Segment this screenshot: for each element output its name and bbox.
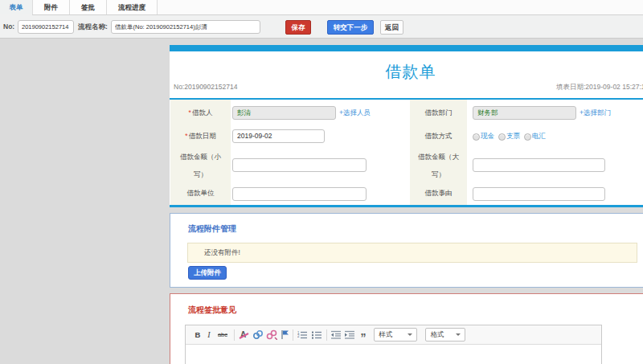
choose-person-link[interactable]: +选择人员 (339, 104, 371, 121)
date-label: *借款日期 (174, 127, 227, 145)
unit-field[interactable] (232, 187, 367, 201)
rich-text-editor: B I abc A 12 (185, 325, 602, 364)
editor-content[interactable] (186, 345, 601, 364)
flow-name-input[interactable] (111, 20, 260, 34)
tab-attachment[interactable]: 附件 (33, 0, 70, 14)
unit-label: 借款单位 (174, 184, 227, 202)
radio-wire[interactable]: 电汇 (524, 132, 546, 141)
page: { "tabs": { "items": [ { "label": "表单", … (0, 0, 643, 364)
form-panel: 借款单 No:20190902152714 填表日期:2019-09-02 15… (170, 45, 643, 207)
borrower-field[interactable]: 彭清 (232, 106, 336, 120)
back-button[interactable]: 返回 (380, 20, 403, 35)
radio-icon (498, 133, 506, 141)
form-no-text: No:20190902152714 (174, 83, 237, 91)
amount-big-label: 借款金额（大写） (412, 148, 465, 183)
action-bar: No: 流程名称: 保存 转交下一步 返回 (0, 15, 643, 39)
tab-form[interactable]: 表单 (0, 0, 33, 14)
date-field[interactable]: 2019-09-02 (232, 129, 325, 143)
required-mark: * (185, 132, 187, 140)
toolbar-separator (234, 329, 235, 341)
numbered-list-icon[interactable]: 12 (297, 329, 309, 342)
anchor-flag-icon[interactable] (280, 329, 290, 342)
editor-toolbar: B I abc A 12 (186, 325, 601, 345)
attachment-empty-box: 还没有附件! (187, 243, 637, 263)
format-dropdown[interactable]: 格式 (425, 328, 465, 342)
form-title: 借款单 (170, 61, 643, 83)
radio-icon (473, 133, 480, 141)
caret-down-icon (456, 333, 461, 336)
radio-cheque[interactable]: 支票 (498, 132, 520, 141)
styles-dropdown[interactable]: 样式 (374, 328, 417, 342)
svg-text:2: 2 (297, 334, 300, 338)
attachment-heading: 流程附件管理 (188, 223, 236, 235)
bulleted-list-icon[interactable] (310, 329, 323, 342)
flow-name-label: 流程名称: (78, 15, 108, 38)
amount-small-field[interactable] (232, 158, 367, 172)
tab-sign[interactable]: 签批 (70, 0, 107, 14)
blockquote-icon[interactable]: ” (358, 329, 369, 342)
amount-small-label: 借款金额（小写） (174, 148, 227, 183)
next-step-button[interactable]: 转交下一步 (327, 20, 374, 35)
radio-cash[interactable]: 现金 (473, 132, 494, 141)
tab-progress[interactable]: 流程进度 (107, 0, 158, 14)
form-top-bar (170, 45, 643, 51)
form-grid: *借款人 彭清 +选择人员 借款部门 财务部 +选择部门 *借款日期 2019-… (170, 100, 643, 205)
reason-field[interactable] (473, 187, 605, 201)
approval-heading: 流程签批意见 (188, 305, 236, 316)
no-input[interactable] (18, 20, 74, 34)
upload-attachment-button[interactable]: 上传附件 (188, 266, 227, 280)
method-label: 借款方式 (412, 127, 465, 145)
form-date-text: 填表日期:2019-09-02 15:27:14 (556, 83, 643, 92)
approval-panel: 流程签批意见 B I abc A 12 (170, 293, 643, 364)
toolbar-separator (326, 329, 327, 341)
reason-label: 借款事由 (412, 184, 465, 202)
indent-icon[interactable] (344, 329, 357, 342)
no-label: No: (3, 15, 14, 38)
strikethrough-icon[interactable]: abc (215, 329, 231, 342)
method-radio-group: 现金 支票 电汇 (473, 129, 550, 145)
link-icon[interactable] (252, 329, 264, 342)
divider-bottom (170, 205, 643, 207)
radio-icon (524, 133, 531, 141)
outdent-icon[interactable] (330, 329, 342, 342)
italic-icon[interactable]: I (205, 329, 214, 342)
attachment-panel: 流程附件管理 还没有附件! 上传附件 (170, 213, 643, 288)
dept-field[interactable]: 财务部 (473, 106, 576, 120)
tab-bar: 表单 附件 签批 流程进度 (0, 0, 643, 15)
unlink-icon[interactable] (265, 329, 278, 342)
caret-down-icon (408, 333, 412, 336)
borrower-label: *借款人 (174, 104, 227, 121)
remove-format-icon[interactable]: A (237, 329, 250, 342)
required-mark: * (189, 108, 191, 117)
choose-dept-link[interactable]: +选择部门 (580, 104, 611, 121)
save-button[interactable]: 保存 (285, 20, 311, 35)
toolbar-separator (293, 329, 293, 341)
amount-big-field[interactable] (473, 158, 605, 172)
dept-label: 借款部门 (412, 104, 465, 121)
bold-icon[interactable]: B (192, 329, 203, 342)
